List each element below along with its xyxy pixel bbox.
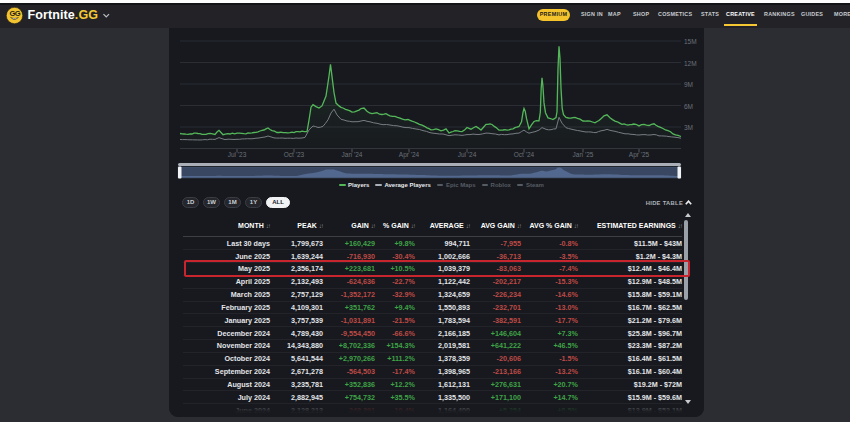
- svg-text:GG: GG: [9, 9, 20, 18]
